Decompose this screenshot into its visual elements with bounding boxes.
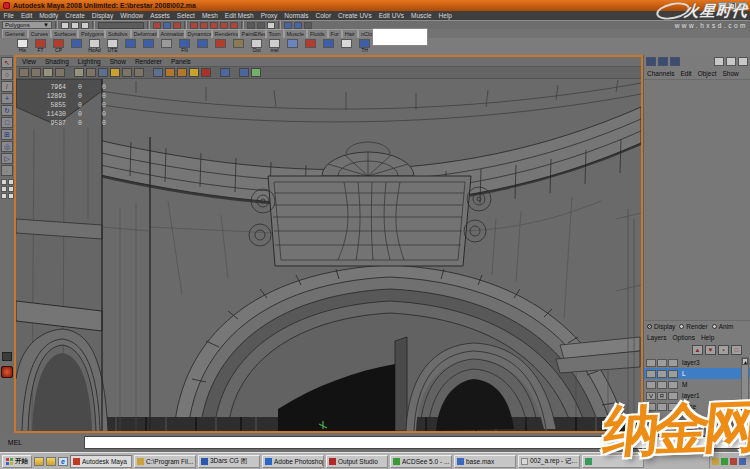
gate-mask-icon[interactable] xyxy=(122,68,132,77)
layer-playback-box[interactable] xyxy=(657,359,667,367)
select-by-name-input[interactable] xyxy=(98,22,144,29)
menu-item[interactable]: Assets xyxy=(147,11,174,20)
menu-item[interactable]: Display xyxy=(88,11,116,20)
shelf-button[interactable]: Out xyxy=(248,39,265,55)
layer-color-box[interactable] xyxy=(668,359,678,367)
image-plane-icon[interactable] xyxy=(74,68,84,77)
output-connections-icon[interactable] xyxy=(257,22,265,29)
layer-menu-item[interactable]: Options xyxy=(670,334,698,341)
shelf-button[interactable]: TH xyxy=(356,39,373,55)
taskbar-task[interactable]: base.max xyxy=(454,455,516,468)
maya-logo-icon[interactable] xyxy=(1,366,13,378)
internet-explorer-icon[interactable]: e xyxy=(58,457,68,466)
taskbar-task[interactable]: Output Studio xyxy=(326,455,388,468)
shelf-button[interactable] xyxy=(194,39,211,55)
channel-box-empty-area[interactable] xyxy=(644,79,750,321)
tray-icon[interactable] xyxy=(721,458,728,465)
layer-color-box[interactable] xyxy=(668,403,678,411)
select-object-icon[interactable] xyxy=(163,22,171,29)
field-chart-icon[interactable] xyxy=(134,68,144,77)
ipr-render-icon[interactable] xyxy=(294,22,302,29)
shaded-icon[interactable] xyxy=(165,68,175,77)
channel-box-menu-item[interactable]: Object xyxy=(695,70,720,77)
channel-box-menu-item[interactable]: Channels xyxy=(644,70,677,77)
shelf-tab[interactable]: PaintEffects xyxy=(239,29,266,38)
panel-menu-item[interactable]: Shading xyxy=(41,58,73,65)
layer-playback-box[interactable]: R xyxy=(657,392,667,400)
shelf-tab[interactable]: Toon xyxy=(266,29,284,38)
layer-mode-radio[interactable]: Display xyxy=(647,323,675,330)
layer-visibility-box[interactable] xyxy=(646,359,656,367)
toolbox-tool[interactable]: ○ xyxy=(1,69,13,80)
menu-item[interactable]: Window xyxy=(117,11,147,20)
layer-toolbar-button[interactable]: □ xyxy=(731,345,742,355)
film-gate-icon[interactable] xyxy=(98,68,108,77)
snap-grid-icon[interactable] xyxy=(190,22,198,29)
channel-box-menu-item[interactable]: Show xyxy=(719,70,741,77)
taskbar-task[interactable]: Autodesk Maya xyxy=(70,455,132,468)
toolbox-tool[interactable]: ▷ xyxy=(1,153,13,164)
panel-menu-item[interactable]: Renderer xyxy=(131,58,166,65)
resolution-gate-icon[interactable] xyxy=(110,68,120,77)
shelf-button[interactable] xyxy=(338,39,355,55)
shelf-tab[interactable]: Rendering xyxy=(212,29,239,38)
xray-icon[interactable] xyxy=(239,68,249,77)
open-scene-icon[interactable] xyxy=(71,22,79,29)
shelf-button[interactable] xyxy=(284,39,301,55)
shelf-tab[interactable]: Fur xyxy=(328,29,342,38)
render-globals-icon[interactable] xyxy=(304,22,312,29)
menu-item[interactable]: Normals xyxy=(281,11,312,20)
menu-item[interactable]: File xyxy=(0,11,17,20)
shelf-button[interactable]: FN xyxy=(176,39,193,55)
manip-no-icon[interactable] xyxy=(726,57,736,66)
script-editor-icon[interactable] xyxy=(2,352,12,361)
layer-visibility-box[interactable]: V xyxy=(646,392,656,400)
layer-menu-item[interactable]: Help xyxy=(698,334,717,341)
tool-settings-toggle-icon[interactable] xyxy=(658,57,668,66)
layer-mode-radio[interactable]: Anim xyxy=(712,323,734,330)
save-scene-icon[interactable] xyxy=(81,22,89,29)
layer-visibility-box[interactable] xyxy=(646,381,656,389)
shelf-tab[interactable]: Fluids xyxy=(307,29,328,38)
panel-menu-item[interactable]: Panels xyxy=(167,58,195,65)
taskbar-task[interactable]: C:\Program Fil... xyxy=(134,455,196,468)
quick-launch-folder-icon[interactable] xyxy=(34,457,44,466)
mel-command-input[interactable] xyxy=(84,436,746,449)
taskbar-task[interactable]: Adobe Photoshop xyxy=(262,455,324,468)
panel-menu-item[interactable]: Lighting xyxy=(74,58,105,65)
toolbox-tool[interactable]: ↖ xyxy=(1,57,13,68)
manip-connection-icon[interactable] xyxy=(738,57,748,66)
layer-playback-box[interactable] xyxy=(657,370,667,378)
layer-row[interactable]: M xyxy=(644,379,750,390)
layer-visibility-box[interactable] xyxy=(646,370,656,378)
menu-item[interactable]: Help xyxy=(435,11,455,20)
shelf-button[interactable] xyxy=(122,39,139,55)
shelf-tab[interactable]: Hair xyxy=(342,29,358,38)
layer-color-box[interactable] xyxy=(668,392,678,400)
camera-attributes-icon[interactable] xyxy=(43,68,53,77)
layer-row[interactable]: L xyxy=(644,368,750,379)
input-connections-icon[interactable] xyxy=(247,22,255,29)
shelf-tab[interactable]: Curves xyxy=(28,29,51,38)
select-camera-icon[interactable] xyxy=(19,68,29,77)
shelf-tab[interactable]: Animation xyxy=(158,29,185,38)
snap-surface-icon[interactable] xyxy=(230,22,238,29)
menu-item[interactable]: Mesh xyxy=(198,11,221,20)
shelf-button[interactable] xyxy=(230,39,247,55)
minimize-button[interactable]: _ xyxy=(718,2,727,10)
menu-item[interactable]: Edit Mesh xyxy=(221,11,257,20)
isolate-select-icon[interactable] xyxy=(220,68,230,77)
shelf-button[interactable]: HoAd xyxy=(86,39,103,55)
shelf-tab[interactable]: Subdivs xyxy=(105,29,131,38)
shelf-tab[interactable]: Deformation xyxy=(131,29,158,38)
layer-scrollbar[interactable]: ▲ xyxy=(741,357,749,431)
shelf-button[interactable] xyxy=(302,39,319,55)
construction-history-icon[interactable] xyxy=(267,22,275,29)
layer-menu-item[interactable]: Layers xyxy=(644,334,670,341)
shelf-button[interactable] xyxy=(158,39,175,55)
close-button[interactable]: × xyxy=(738,2,747,10)
taskbar-task[interactable]: 002_a.rep - 记... xyxy=(518,455,580,468)
attribute-editor-toggle-icon[interactable] xyxy=(646,57,656,66)
panel-menu-item[interactable]: View xyxy=(18,58,40,65)
shelf-button[interactable]: UTE xyxy=(104,39,121,55)
